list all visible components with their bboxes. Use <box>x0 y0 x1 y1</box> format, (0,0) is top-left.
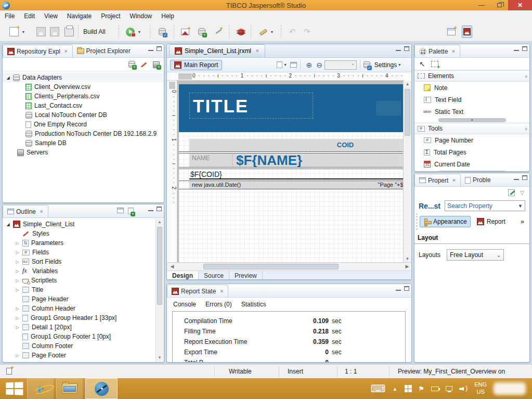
open-perspective-button[interactable] <box>447 25 456 38</box>
tree-item-csv[interactable]: Last_Contact.csv <box>3 101 164 110</box>
tree-item-servers[interactable]: Servers <box>3 148 164 157</box>
scrollbar-thumb[interactable] <box>157 227 162 305</box>
forward-button[interactable]: ↷ <box>302 25 313 38</box>
network-icon[interactable] <box>446 386 452 391</box>
battery-icon[interactable] <box>431 387 439 391</box>
column-header-band[interactable]: COID <box>189 139 404 151</box>
expander-icon[interactable]: ◢ <box>6 222 10 227</box>
restore-button[interactable] <box>490 0 508 10</box>
expander-icon[interactable]: ▷ <box>15 241 20 246</box>
wizard-button[interactable] <box>212 25 225 38</box>
build-all-button[interactable]: Build All <box>83 25 106 38</box>
tab-repository-explorer[interactable]: Repository Expl ✕ <box>3 45 73 57</box>
main-report-button[interactable]: Main Report <box>170 60 222 70</box>
elements-scroll-strip[interactable]: ▾ <box>414 118 529 123</box>
tree-item-csv[interactable]: Client_Overview.csv <box>3 82 164 92</box>
outline-item-detail[interactable]: ▷Detail 1 [20px] <box>3 323 155 332</box>
action-center-icon[interactable] <box>405 385 412 392</box>
back-button[interactable]: ↶ <box>287 25 298 38</box>
tab-appearance[interactable]: Appearance <box>420 216 471 227</box>
taskbar-internet-explorer[interactable]: e <box>27 378 54 399</box>
show-hidden-icons[interactable]: ▲ <box>393 386 398 392</box>
tree-item-data-adapters[interactable]: ◢Data Adapters <box>3 73 164 82</box>
minimize-panel-icon[interactable] <box>396 46 401 51</box>
outline-scrollbar[interactable]: ▲ ▼ <box>155 218 163 362</box>
zoom-level-combo[interactable] <box>325 60 357 70</box>
tree-item-empty-record[interactable]: One Empty Record <box>3 120 164 129</box>
menu-file[interactable]: File <box>0 10 19 22</box>
binary-doc-icon[interactable] <box>277 61 282 68</box>
maximize-panel-icon[interactable] <box>522 46 527 51</box>
palette-item-total-pages[interactable]: Total Pages <box>414 146 529 158</box>
outline-item-column-header[interactable]: ▷Column Header <box>3 304 155 313</box>
scrollbar-thumb[interactable] <box>203 264 339 269</box>
scroll-up-icon[interactable]: ▲ <box>156 218 163 226</box>
canvas-horizontal-scrollbar[interactable]: ◀ ▶ <box>167 262 412 271</box>
tree-item-db[interactable]: Production NoTouch Center DB 192.168.2.9 <box>3 129 164 138</box>
close-tab-icon[interactable]: ✕ <box>40 209 44 214</box>
detail-band[interactable]: $F{COID} <box>179 169 404 179</box>
menu-help[interactable]: Help <box>157 10 179 22</box>
group-header-band[interactable]: NAME $F{NAME} <box>189 153 404 167</box>
close-tab-icon[interactable]: ✕ <box>219 289 224 294</box>
menu-project[interactable]: Project <box>96 10 125 22</box>
touch-keyboard-icon[interactable]: ⌨ <box>371 382 386 395</box>
close-tab-icon[interactable]: ✕ <box>452 178 456 183</box>
edit-adapter-icon[interactable] <box>140 61 148 68</box>
zoom-in-icon[interactable]: ⊕ <box>306 61 312 69</box>
palette-item-note[interactable]: Note <box>414 82 529 94</box>
maximize-panel-icon[interactable] <box>157 207 162 211</box>
tree-item-db[interactable]: Local NoTouch Center DB <box>3 110 164 120</box>
expander-icon[interactable]: ▷ <box>15 260 20 264</box>
tab-statistics[interactable]: Statistics <box>241 301 266 308</box>
expander-icon[interactable]: ▷ <box>15 316 20 320</box>
outline-item-variables[interactable]: ▷Variables <box>3 266 155 276</box>
menu-window[interactable]: Window <box>125 10 157 22</box>
palette-item-text-field[interactable]: Text Field <box>414 94 529 106</box>
editor-tab-jrxml[interactable]: Simple_Client_List.jrxml ✕ <box>169 44 265 57</box>
run-button[interactable]: ▾ <box>124 25 140 38</box>
overflow-tabs-button[interactable]: » <box>517 216 527 227</box>
outline-item-root[interactable]: ◢Simple_Client_List <box>3 220 155 229</box>
palette-item-page-number[interactable]: Page Number <box>414 134 529 146</box>
view-menu-icon[interactable]: ▽ <box>520 190 524 196</box>
tab-outline[interactable]: Outline ✕ <box>3 205 48 217</box>
pin-section-icon[interactable]: ‹› <box>525 126 526 132</box>
report-page[interactable]: TITLE COID NAME $F{NAME} $F{COID <box>179 84 404 262</box>
design-canvas[interactable]: TITLE COID NAME $F{NAME} $F{COID <box>177 81 404 262</box>
coid-field-expression[interactable]: $F{COID} <box>190 170 222 178</box>
volume-icon[interactable] <box>459 385 468 392</box>
publish-server-button[interactable] <box>156 25 168 38</box>
maximize-panel-icon[interactable] <box>404 46 409 51</box>
expander-icon[interactable]: ▷ <box>15 278 20 283</box>
date-expression-field[interactable]: new java.util.Date() <box>192 182 241 188</box>
name-field-expression[interactable]: $F{NAME} <box>236 152 302 169</box>
minimize-panel-icon[interactable] <box>514 175 519 180</box>
save-all-button[interactable] <box>48 25 61 38</box>
menu-navigate[interactable]: Navigate <box>62 10 96 22</box>
tab-design[interactable]: Design <box>167 271 199 280</box>
zoom-out-icon[interactable]: ⊖ <box>316 61 322 69</box>
line-element[interactable] <box>189 178 404 179</box>
close-tab-icon[interactable]: ✕ <box>255 48 259 54</box>
close-tab-icon[interactable]: ✕ <box>64 49 68 54</box>
scroll-left-icon[interactable]: ◀ <box>168 263 176 271</box>
dataset-icon[interactable] <box>364 61 370 68</box>
save-button[interactable] <box>34 25 48 38</box>
minimize-panel-icon[interactable] <box>396 286 401 291</box>
dropdown-caret-icon[interactable]: ▼ <box>518 203 523 209</box>
scroll-down-icon[interactable]: ▼ <box>156 354 163 362</box>
minimize-panel-icon[interactable] <box>148 46 153 51</box>
new-report-button[interactable] <box>179 25 191 38</box>
tab-preview[interactable]: Preview <box>229 271 263 280</box>
palette-section-tools[interactable]: Tools ‹› <box>414 123 529 134</box>
outline-item-page-footer[interactable]: ▷Page Footer <box>3 351 155 360</box>
outline-item-group-footer[interactable]: Group1 Group Footer 1 [0px] <box>3 332 155 341</box>
close-button[interactable]: ✕ <box>508 0 532 10</box>
outline-item-scriptlets[interactable]: ▷Scriptlets <box>3 276 155 285</box>
palette-section-elements[interactable]: Elements ‹› <box>414 70 529 82</box>
view-menu-icon[interactable] <box>128 208 134 214</box>
name-static-text[interactable]: NAME <box>192 155 210 162</box>
outline-item-column-footer[interactable]: Column Footer <box>3 341 155 351</box>
minimize-button[interactable]: — <box>473 0 490 10</box>
